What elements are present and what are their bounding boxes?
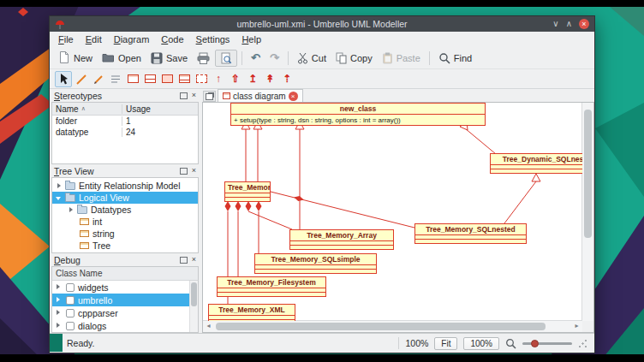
letterbox-top xyxy=(0,0,644,7)
menu-diagram[interactable]: Diagram xyxy=(108,33,156,45)
tree-item-datatypes[interactable]: Datatypes xyxy=(52,204,198,216)
detach-tab-button[interactable] xyxy=(203,91,216,102)
table-row[interactable]: folder 1 xyxy=(52,116,198,127)
table-row[interactable]: datatype 24 xyxy=(52,127,198,138)
menu-settings[interactable]: Settings xyxy=(190,33,236,45)
aggregation-tool-button[interactable]: ↥ xyxy=(245,72,260,86)
checkbox[interactable] xyxy=(66,322,75,330)
pen-tool-button[interactable] xyxy=(91,72,106,86)
interface-tool-button[interactable] xyxy=(142,72,158,86)
uml-class-tree-memory-array[interactable]: Tree_Memory_Array xyxy=(289,229,394,250)
toolbar-separator xyxy=(242,51,242,65)
select-tool-button[interactable] xyxy=(55,71,72,87)
debug-item-cppparser[interactable]: cppparser xyxy=(52,306,198,319)
tab-class-diagram[interactable]: class diagram × xyxy=(218,89,303,102)
stereotypes-table-header[interactable]: Name∧ Usage xyxy=(52,103,198,116)
redo-button[interactable]: ↷ xyxy=(265,50,283,66)
line-tool-button[interactable] xyxy=(74,72,89,86)
undo-button[interactable]: ↶ xyxy=(247,50,265,66)
scrollbar-thumb[interactable] xyxy=(584,110,592,238)
diagram-canvas[interactable]: new_class + setup(type : string, dsn : s… xyxy=(203,103,582,321)
dock-float-icon[interactable] xyxy=(180,92,188,99)
expander-icon[interactable] xyxy=(56,182,63,190)
maximize-icon[interactable]: ∧ xyxy=(566,16,572,32)
class-tool-button[interactable] xyxy=(125,72,140,86)
checkbox[interactable] xyxy=(66,296,75,305)
tree-view-dock-header[interactable]: Tree View × xyxy=(51,164,199,177)
horizontal-scrollbar[interactable]: ◂ ▸ xyxy=(203,320,582,332)
debug-item-umbrello[interactable]: umbrello xyxy=(52,294,198,306)
dock-close-icon[interactable]: × xyxy=(192,256,196,264)
uml-class-tree-memory-sqlsimple[interactable]: Tree_Memory_SQLsimple xyxy=(254,253,377,274)
datatype-tool-button[interactable] xyxy=(159,72,175,86)
enum-tool-button[interactable] xyxy=(176,72,192,86)
open-button[interactable]: Open xyxy=(98,50,146,65)
uml-class-tree-memory-filesystem[interactable]: Tree_Memory_Filesystem xyxy=(217,276,326,297)
debug-item-widgets[interactable]: widgets xyxy=(52,281,198,294)
print-button[interactable] xyxy=(193,50,214,66)
menu-help[interactable]: Help xyxy=(236,33,267,45)
menu-file[interactable]: File xyxy=(52,33,80,45)
new-button[interactable]: New xyxy=(54,50,97,66)
scroll-left-icon[interactable]: ◂ xyxy=(203,321,214,331)
app-icon xyxy=(55,19,65,30)
debug-dock-header[interactable]: Debug × xyxy=(51,253,199,266)
scrollbar-thumb[interactable] xyxy=(216,323,546,330)
expander-icon[interactable] xyxy=(68,206,75,214)
debug-column-header[interactable]: Class Name xyxy=(51,266,199,281)
tree-item-entity-relationship-model[interactable]: Entity Relationship Model xyxy=(52,180,198,192)
paste-button[interactable]: Paste xyxy=(378,50,425,66)
package-tool-button[interactable] xyxy=(194,72,209,86)
tab-close-icon[interactable]: × xyxy=(289,92,298,101)
vertical-scrollbar[interactable] xyxy=(581,103,593,321)
save-button[interactable]: Save xyxy=(146,50,192,66)
dock-close-icon[interactable]: × xyxy=(192,92,196,99)
checkbox[interactable] xyxy=(66,309,75,317)
find-button[interactable]: Find xyxy=(434,50,476,66)
app-window: umbrello-uml.xmi - Umbrello UML Modeller… xyxy=(49,15,595,353)
expander-icon[interactable] xyxy=(55,283,63,291)
expander-icon[interactable] xyxy=(55,322,63,329)
slider-handle[interactable] xyxy=(531,340,539,347)
stereotypes-dock-header[interactable]: Stereotypes × xyxy=(51,89,199,102)
debug-item-dialogs[interactable]: dialogs xyxy=(52,319,198,332)
menu-edit[interactable]: Edit xyxy=(80,33,108,45)
checkbox[interactable] xyxy=(66,283,75,292)
zoom-icon[interactable] xyxy=(505,338,516,349)
dock-float-icon[interactable] xyxy=(180,168,188,175)
scrollbar-thumb[interactable] xyxy=(191,282,197,306)
main-area: Stereotypes × Name∧ Usage folder xyxy=(50,89,594,333)
titlebar[interactable]: umbrello-uml.xmi - Umbrello UML Modeller… xyxy=(50,16,594,32)
tree-item-int[interactable]: int xyxy=(52,216,198,228)
association-tool-button[interactable]: ↑ xyxy=(211,72,226,86)
zoom-slider[interactable] xyxy=(522,337,572,349)
uml-class-tree-memory-sqlnested[interactable]: Tree_Memory_SQLnested xyxy=(414,223,527,244)
text-tool-button[interactable] xyxy=(108,72,123,86)
copy-button[interactable]: Copy xyxy=(331,50,377,66)
print-preview-button[interactable] xyxy=(215,50,237,67)
zoom-reset-button[interactable]: 100% xyxy=(463,337,499,350)
dependency-tool-button[interactable]: ⇡ xyxy=(279,72,295,86)
expander-icon[interactable] xyxy=(55,309,63,317)
scroll-right-icon[interactable]: ▸ xyxy=(571,321,582,331)
uml-class-tree-memory[interactable]: Tree_Memory xyxy=(224,181,271,202)
dock-close-icon[interactable]: × xyxy=(192,167,196,175)
resize-grip[interactable] xyxy=(578,339,587,348)
tree-item-tree[interactable]: Tree xyxy=(52,240,198,252)
tree-item-logical-view[interactable]: Logical View xyxy=(52,192,198,204)
dock-float-icon[interactable] xyxy=(180,257,188,264)
uml-class-tree-dynamic-sqlnest[interactable]: Tree_Dynamic_SQLnest xyxy=(490,153,582,174)
minimize-icon[interactable]: ∨ xyxy=(552,16,558,32)
expander-icon[interactable] xyxy=(55,296,63,304)
menu-code[interactable]: Code xyxy=(155,33,189,45)
uml-class-new-class[interactable]: new_class + setup(type : string, dsn : s… xyxy=(230,103,486,126)
fit-button[interactable]: Fit xyxy=(434,337,457,350)
generalization-tool-button[interactable]: ⇧ xyxy=(228,72,243,86)
debug-scrollbar[interactable] xyxy=(189,281,198,332)
composition-tool-button[interactable]: ↟ xyxy=(262,72,277,86)
expander-icon[interactable] xyxy=(56,194,63,202)
close-icon[interactable]: × xyxy=(579,19,589,29)
tree-item-string[interactable]: string xyxy=(52,228,198,240)
cut-button[interactable]: Cut xyxy=(293,50,331,66)
uml-class-tree-memory-xml[interactable]: Tree_Memory_XML xyxy=(208,304,295,321)
